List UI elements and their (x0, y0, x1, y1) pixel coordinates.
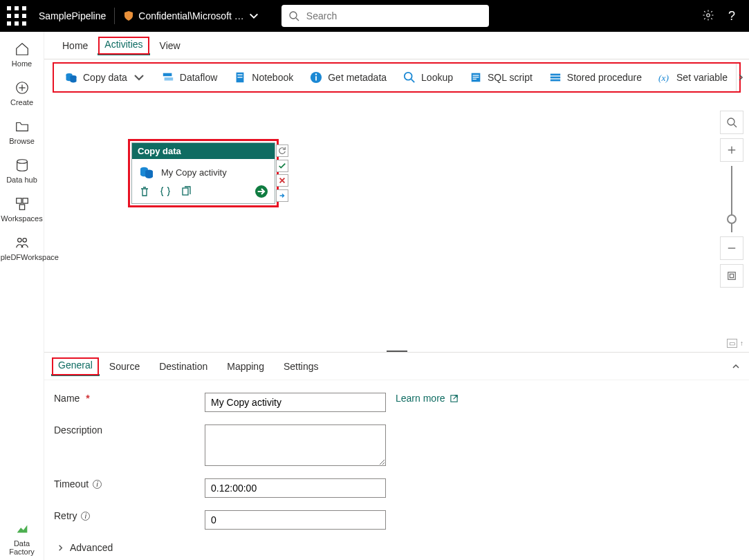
info-icon[interactable]: i (93, 480, 102, 489)
tab-activities[interactable]: Activities (98, 36, 149, 55)
zoom-knob[interactable] (727, 214, 737, 224)
activity-node-selection: Copy data My Copy activity (130, 141, 277, 205)
tab-home[interactable]: Home (53, 32, 98, 59)
pipeline-canvas[interactable]: Copy data My Copy activity (44, 94, 749, 352)
chevron-down-icon (133, 71, 145, 84)
svg-rect-36 (473, 79, 477, 80)
description-field[interactable] (205, 424, 386, 466)
connector-retry-icon[interactable] (276, 144, 288, 157)
proptab-mapping[interactable]: Mapping (217, 353, 274, 380)
svg-rect-38 (551, 77, 560, 79)
notebook-icon (234, 71, 246, 84)
retry-label: Retry i (54, 510, 205, 521)
run-icon[interactable] (255, 185, 268, 198)
description-label: Description (54, 424, 205, 436)
info-icon[interactable]: i (81, 512, 90, 521)
main-area: Home Activities View Copy data Dataflow … (44, 32, 749, 560)
zoom-slider[interactable] (720, 166, 743, 232)
tab-view[interactable]: View (150, 32, 190, 59)
svg-rect-50 (730, 274, 733, 277)
ribbon-sql-script[interactable]: SQL script (461, 64, 541, 91)
nav-home[interactable]: Home (1, 37, 43, 72)
svg-point-44 (728, 118, 734, 125)
settings-icon[interactable] (702, 9, 714, 24)
ribbon-get-metadata[interactable]: Get metadata (302, 64, 395, 91)
connector-success-icon[interactable] (276, 160, 288, 172)
nav-data-hub[interactable]: Data hub (1, 153, 43, 188)
svg-point-9 (290, 12, 297, 19)
learn-more-link[interactable]: Learn more (396, 393, 459, 404)
ribbon-stored-procedure[interactable]: Stored procedure (541, 64, 650, 91)
code-braces-icon[interactable] (160, 186, 171, 197)
info-circle-icon (310, 71, 322, 84)
chevron-right-icon (57, 544, 64, 552)
property-tabs: General Source Destination Mapping Setti… (44, 353, 749, 380)
panel-resize-handle[interactable] (387, 351, 407, 352)
nav-browse[interactable]: Browse (1, 115, 43, 149)
ribbon-notebook[interactable]: Notebook (225, 64, 302, 91)
fit-to-screen-button[interactable] (720, 264, 743, 288)
minimap-toggle[interactable]: ▭↑ (727, 339, 743, 348)
ribbon-lookup[interactable]: Lookup (395, 64, 461, 91)
svg-point-11 (707, 13, 710, 17)
timeout-field[interactable] (205, 478, 386, 498)
copy-data-node[interactable]: Copy data My Copy activity (131, 142, 275, 204)
svg-rect-24 (164, 77, 173, 81)
users-icon (15, 235, 30, 250)
svg-rect-26 (238, 75, 243, 75)
app-launcher-icon[interactable] (6, 5, 28, 27)
proptab-source[interactable]: Source (100, 353, 149, 380)
svg-rect-8 (22, 21, 26, 26)
node-activity-name: My Copy activity (161, 167, 227, 178)
svg-line-32 (412, 80, 415, 83)
sensitivity-dropdown[interactable]: Confidential\Microsoft … (118, 10, 265, 21)
chevron-up-icon (731, 362, 741, 371)
nav-data-factory[interactable]: Data Factory (1, 517, 43, 560)
node-body: My Copy activity (132, 159, 275, 183)
copy-data-icon (65, 71, 77, 84)
panel-collapse-button[interactable] (731, 353, 741, 380)
advanced-toggle[interactable]: Advanced (54, 542, 739, 553)
divider (114, 8, 115, 24)
svg-rect-39 (551, 80, 560, 82)
proptab-destination[interactable]: Destination (149, 353, 217, 380)
connector-completion-icon[interactable] (276, 189, 288, 202)
svg-rect-7 (15, 21, 19, 26)
ribbon-copy-data[interactable]: Copy data (57, 64, 154, 91)
canvas-tools (720, 111, 743, 292)
nav-label: Data hub (6, 176, 37, 184)
name-field[interactable] (205, 393, 386, 412)
svg-rect-37 (551, 74, 560, 76)
nav-create[interactable]: Create (1, 76, 43, 111)
canvas-search-button[interactable] (720, 111, 743, 134)
copy-icon[interactable] (181, 186, 192, 197)
svg-rect-43 (183, 188, 188, 195)
connector-failure-icon[interactable] (276, 174, 288, 187)
node-header: Copy data (132, 143, 275, 159)
svg-text:(x): (x) (658, 73, 669, 83)
svg-rect-16 (16, 198, 21, 203)
nav-workspaces[interactable]: Workspaces (1, 192, 43, 227)
search-box[interactable] (281, 5, 489, 27)
proptab-settings[interactable]: Settings (274, 353, 329, 380)
svg-point-31 (405, 73, 412, 80)
svg-rect-35 (473, 77, 479, 77)
search-input[interactable] (305, 10, 482, 22)
svg-rect-5 (22, 14, 26, 18)
help-icon[interactable]: ? (728, 9, 735, 24)
ribbon-set-variable[interactable]: (x) Set variable (650, 64, 736, 91)
zoom-out-button[interactable] (720, 236, 743, 260)
zoom-in-button[interactable] (720, 138, 743, 162)
sensitivity-label: Confidential\Microsoft … (138, 10, 244, 21)
delete-icon[interactable] (139, 186, 150, 197)
nav-sample-workspace[interactable]: SampleDFWorkspace (1, 231, 43, 265)
svg-point-15 (17, 160, 27, 164)
svg-rect-27 (238, 77, 243, 77)
activities-ribbon: Copy data Dataflow Notebook Get metadata (53, 62, 741, 93)
ribbon-scroll-right[interactable] (736, 64, 745, 91)
svg-rect-3 (7, 14, 11, 18)
svg-rect-49 (728, 272, 736, 280)
proptab-general[interactable]: General (51, 357, 100, 376)
retry-field[interactable] (205, 510, 386, 530)
ribbon-dataflow[interactable]: Dataflow (154, 64, 225, 91)
